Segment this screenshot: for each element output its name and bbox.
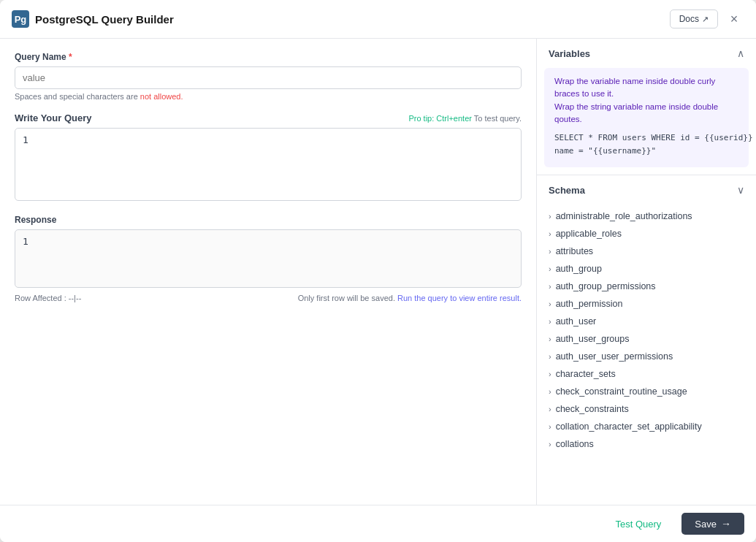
schema-item-label: attributes bbox=[556, 246, 593, 256]
schema-item-chevron-icon: › bbox=[549, 387, 551, 396]
schema-item[interactable]: ›auth_group_permissions bbox=[537, 278, 756, 295]
schema-item-chevron-icon: › bbox=[549, 440, 551, 449]
write-query-section: Write Your Query Pro tip: Ctrl+enter To … bbox=[15, 112, 522, 203]
header-actions: Docs ↗ × bbox=[670, 9, 744, 29]
schema-item-label: auth_permission bbox=[556, 299, 623, 309]
schema-item-label: auth_user bbox=[556, 316, 597, 327]
variables-hint: Wrap the variable name inside double cur… bbox=[554, 75, 738, 126]
svg-text:Pg: Pg bbox=[15, 14, 27, 25]
save-arrow-icon: → bbox=[721, 518, 731, 530]
query-name-hint: Spaces and special characters are not al… bbox=[15, 92, 522, 101]
schema-item-label: administrable_role_authorizations bbox=[556, 211, 692, 221]
write-query-header: Write Your Query Pro tip: Ctrl+enter To … bbox=[15, 112, 522, 123]
schema-item-label: character_sets bbox=[556, 369, 616, 379]
schema-item-chevron-icon: › bbox=[549, 299, 551, 308]
schema-item-label: auth_user_user_permissions bbox=[556, 351, 673, 362]
schema-item-chevron-icon: › bbox=[549, 422, 551, 431]
left-panel: Query Name * Spaces and special characte… bbox=[0, 39, 537, 505]
query-name-field: Query Name * Spaces and special characte… bbox=[15, 52, 522, 101]
test-query-button[interactable]: Test Query bbox=[603, 514, 675, 535]
schema-item[interactable]: ›auth_user bbox=[537, 313, 756, 330]
schema-item-chevron-icon: › bbox=[549, 352, 551, 361]
schema-section-header[interactable]: Schema ∨ bbox=[537, 175, 756, 205]
schema-section: Schema ∨ ›administrable_role_authorizati… bbox=[537, 175, 756, 505]
write-query-label: Write Your Query bbox=[15, 112, 91, 123]
save-label: Save bbox=[695, 519, 717, 530]
schema-item-chevron-icon: › bbox=[549, 405, 551, 413]
schema-item-label: check_constraint_routine_usage bbox=[556, 386, 687, 397]
variables-title: Variables bbox=[549, 48, 590, 59]
pro-tip-text: Pro tip: Ctrl+enter To test query. bbox=[408, 114, 522, 123]
title-area: Pg PostgreSQL Query Builder bbox=[12, 10, 174, 28]
postgres-logo-icon: Pg bbox=[12, 10, 29, 28]
schema-item[interactable]: ›auth_group bbox=[537, 260, 756, 278]
modal-container: Pg PostgreSQL Query Builder Docs ↗ × Que… bbox=[0, 0, 756, 542]
schema-item-chevron-icon: › bbox=[549, 335, 551, 343]
variables-section-header[interactable]: Variables ∧ bbox=[537, 39, 756, 68]
pro-tip-highlight: Pro tip: bbox=[408, 114, 436, 123]
schema-item-label: check_constraints bbox=[556, 404, 629, 414]
close-icon: × bbox=[730, 12, 738, 27]
schema-item-chevron-icon: › bbox=[549, 212, 551, 221]
modal-footer: Test Query Save → bbox=[0, 505, 756, 542]
schema-item[interactable]: ›collations bbox=[537, 435, 756, 453]
schema-item[interactable]: ›administrable_role_authorizations bbox=[537, 207, 756, 225]
row-info-text: Only first row will be saved. Run the qu… bbox=[298, 294, 522, 302]
variables-example: SELECT * FROM users WHERE id = {{userid}… bbox=[554, 131, 738, 157]
variables-content: Wrap the variable name inside double cur… bbox=[544, 68, 749, 167]
schema-item[interactable]: ›auth_permission bbox=[537, 295, 756, 313]
save-button[interactable]: Save → bbox=[681, 513, 744, 535]
schema-item-label: applicable_roles bbox=[556, 229, 622, 239]
schema-item-label: auth_group_permissions bbox=[556, 281, 656, 291]
schema-item-label: collations bbox=[556, 439, 594, 449]
schema-item[interactable]: ›character_sets bbox=[537, 365, 756, 383]
docs-button[interactable]: Docs ↗ bbox=[670, 9, 718, 28]
schema-item[interactable]: ›check_constraint_routine_usage bbox=[537, 383, 756, 400]
docs-label: Docs bbox=[679, 14, 699, 24]
schema-item-label: collation_character_set_applicability bbox=[556, 421, 702, 432]
modal-body: Query Name * Spaces and special characte… bbox=[0, 39, 756, 505]
schema-list: ›administrable_role_authorizations›appli… bbox=[537, 205, 756, 505]
query-name-label: Query Name * bbox=[15, 52, 522, 62]
query-textarea[interactable]: 1 bbox=[15, 128, 522, 201]
not-allowed-text: not allowed. bbox=[140, 92, 183, 101]
schema-item-chevron-icon: › bbox=[549, 247, 551, 256]
pro-tip-shortcut: Ctrl+enter bbox=[436, 114, 472, 123]
response-section: Response 1 Row Affected : --|-- Only fir… bbox=[15, 215, 522, 302]
variables-chevron-icon: ∧ bbox=[737, 47, 744, 59]
schema-item-chevron-icon: › bbox=[549, 229, 551, 238]
required-star: * bbox=[69, 52, 72, 62]
modal-header: Pg PostgreSQL Query Builder Docs ↗ × bbox=[0, 0, 756, 39]
schema-item[interactable]: ›check_constraints bbox=[537, 400, 756, 418]
schema-item-chevron-icon: › bbox=[549, 282, 551, 291]
pro-tip-suffix: To test query. bbox=[472, 114, 522, 123]
schema-item[interactable]: ›auth_user_user_permissions bbox=[537, 348, 756, 365]
schema-title: Schema bbox=[549, 185, 585, 196]
schema-item-chevron-icon: › bbox=[549, 370, 551, 378]
close-button[interactable]: × bbox=[724, 9, 744, 29]
external-link-icon: ↗ bbox=[702, 15, 709, 24]
response-label: Response bbox=[15, 215, 522, 225]
response-textarea[interactable]: 1 bbox=[15, 229, 522, 288]
schema-item[interactable]: ›attributes bbox=[537, 243, 756, 260]
schema-item[interactable]: ›auth_user_groups bbox=[537, 330, 756, 348]
schema-item-chevron-icon: › bbox=[549, 264, 551, 273]
schema-item[interactable]: ›collation_character_set_applicability bbox=[537, 418, 756, 435]
schema-item-chevron-icon: › bbox=[549, 317, 551, 326]
schema-item-label: auth_user_groups bbox=[556, 334, 630, 344]
modal-title: PostgreSQL Query Builder bbox=[35, 13, 174, 26]
right-panel: Variables ∧ Wrap the variable name insid… bbox=[537, 39, 756, 505]
variables-section: Variables ∧ Wrap the variable name insid… bbox=[537, 39, 756, 175]
row-affected-text: Row Affected : --|-- bbox=[15, 294, 81, 302]
row-affected-bar: Row Affected : --|-- Only first row will… bbox=[15, 294, 522, 302]
schema-item[interactable]: ›applicable_roles bbox=[537, 225, 756, 243]
query-name-input[interactable] bbox=[15, 66, 522, 89]
run-link[interactable]: Run the query to view entire result. bbox=[397, 294, 522, 302]
schema-item-label: auth_group bbox=[556, 264, 602, 274]
schema-chevron-icon: ∨ bbox=[737, 184, 744, 196]
